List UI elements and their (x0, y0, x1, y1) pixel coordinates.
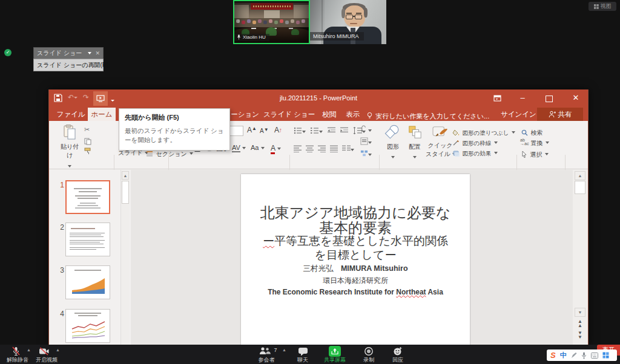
slide-thumb-1[interactable] (65, 180, 110, 214)
shapes-button[interactable]: 図形 (381, 125, 405, 162)
next-slide-button[interactable]: ▼▼ (575, 331, 585, 340)
tell-me-box[interactable]: 実行したい作業を入力してください... (366, 110, 489, 121)
format-painter-button[interactable] (84, 146, 91, 157)
tab-slideshow[interactable]: スライド ショー (263, 108, 314, 121)
shape-effects-button[interactable]: 図形の効果 (452, 147, 498, 158)
ime-mic-icon[interactable] (581, 352, 587, 359)
shrink-font-button[interactable]: A▼ (260, 127, 269, 134)
slide-thumb-3[interactable] (65, 265, 110, 299)
scroll-up-button[interactable]: ▲ (575, 171, 585, 180)
convert-smartart-button[interactable] (360, 149, 372, 160)
text-direction-button[interactable] (360, 125, 372, 135)
clear-format-button[interactable]: A⤴ (274, 126, 282, 134)
scroll-down-button[interactable]: ▼ (575, 308, 585, 317)
quick-styles-icon (432, 125, 449, 139)
share-button[interactable]: 共有 (537, 108, 583, 121)
change-case-button[interactable]: Aa (251, 144, 265, 151)
font-color-button[interactable]: A (271, 144, 281, 152)
shapes-icon (384, 125, 401, 140)
slide-org: 環日本海経済研究所 (241, 276, 470, 286)
paragraph-row1 (294, 126, 366, 137)
columns-button[interactable] (342, 144, 354, 155)
numbering-button[interactable] (311, 126, 323, 137)
record-icon (364, 346, 374, 356)
tab-file[interactable]: ファイル (55, 108, 87, 121)
view-button[interactable]: 视图 (589, 2, 616, 11)
camera-off-icon (39, 347, 50, 356)
slide-number: 3 (53, 266, 64, 275)
ime-lang-indicator[interactable]: 中 (560, 351, 567, 360)
shape-fill-button[interactable]: 図形の塗りつぶし (452, 126, 515, 137)
shape-outline-button[interactable]: 図形の枠線 (452, 137, 498, 148)
tooltip-start-slideshow: 先頭から開始 (F5) 最初のスライドからスライド ショーを開始します。 (119, 108, 230, 151)
audio-options-chevron[interactable]: ▲ (27, 348, 31, 352)
ime-toolbox-icon[interactable] (602, 352, 609, 359)
ime-keyboard-icon[interactable] (591, 353, 598, 359)
ribbon-display-options-button[interactable] (486, 94, 508, 105)
ribbon-display-icon (493, 94, 501, 102)
slide-number: 1 (53, 181, 64, 189)
panel-scroll-up[interactable]: ▲ (122, 171, 129, 180)
tab-home[interactable]: ホーム (88, 108, 116, 121)
close-button[interactable]: ✕ (564, 89, 588, 108)
slideshow-popup-header[interactable]: スライド ショー ✕ (33, 47, 104, 59)
scroll-thumb[interactable] (575, 181, 585, 194)
select-button[interactable]: 選択 (521, 148, 549, 159)
align-left-button[interactable] (294, 144, 302, 155)
zoom-bottom-toolbar: ▲ 解除静音 ▲ 开启视频 7 ▲ 参会者 聊天 共享屏幕 录制 回应 离开 (0, 345, 620, 364)
chevron-down-icon[interactable] (88, 52, 91, 54)
participants-chevron[interactable]: ▲ (282, 348, 286, 352)
cut-button[interactable]: ✂ (84, 126, 90, 134)
participants-count: 7 (274, 347, 277, 353)
replace-icon: ab→ac (520, 138, 528, 146)
ime-pen-icon[interactable] (571, 352, 577, 359)
decrease-indent-button[interactable] (328, 126, 335, 137)
slide-subtitle-line2: を目標としてー (241, 247, 470, 263)
maximize-button[interactable] (537, 89, 561, 108)
justify-button[interactable] (330, 144, 338, 155)
sogou-ime-bar[interactable]: S 中 (547, 349, 617, 361)
tab-review[interactable]: 校閲 (318, 108, 341, 121)
video-thumbnail-speaker[interactable]: Mitsuhiro MIMURA (310, 0, 386, 44)
tooltip-body: 最初のスライドからスライド ショーを開始します。 (125, 126, 224, 145)
align-center-button[interactable] (306, 144, 314, 155)
replace-button[interactable]: ab→ac 置換 (520, 137, 549, 148)
find-button[interactable]: 検索 (521, 126, 542, 137)
minimize-button[interactable]: – (510, 89, 535, 108)
tab-view[interactable]: 表示 (342, 108, 364, 121)
format-painter-icon (84, 148, 91, 155)
video-options-chevron[interactable]: ▲ (56, 348, 60, 352)
previous-slide-button[interactable]: ▲▲ (575, 319, 585, 328)
powerpoint-window: ↶ ↷ jlu.20211215 - PowerPoint – ✕ ファイル ホ… (48, 89, 589, 345)
video-thumbnail-room[interactable]: Xiaolin HU (233, 0, 310, 44)
area-chart-thumbnail (71, 273, 106, 295)
start-video-button[interactable] (36, 346, 53, 356)
paste-button[interactable]: 貼り付け (58, 125, 82, 171)
close-icon[interactable]: ✕ (95, 50, 100, 56)
increase-indent-button[interactable] (340, 126, 348, 137)
quick-styles-button[interactable]: クイック スタイル (426, 125, 455, 158)
signin-link[interactable]: サインイン (501, 108, 535, 121)
slide-thumb-2[interactable] (65, 223, 110, 256)
arrange-icon (407, 125, 422, 140)
grow-font-button[interactable]: A▲ (247, 126, 257, 134)
panel-scroll-thumb[interactable] (122, 181, 129, 204)
arrange-button[interactable]: 配置 (403, 125, 427, 162)
slideshow-resume-item[interactable]: スライド ショーの再開(R) (33, 59, 104, 71)
main-scrollbar[interactable]: ▲ ▼ ▲▲ ▼▼ (573, 170, 588, 345)
unmute-button[interactable] (8, 346, 25, 356)
align-text-button[interactable] (360, 137, 372, 148)
video-name-label: Mitsuhiro MIMURA (310, 32, 364, 41)
chat-label: 聊天 (292, 356, 314, 364)
share-screen-label: 共享屏幕 (318, 356, 352, 364)
panel-scrollbar[interactable]: ▲ (120, 170, 130, 345)
connection-status-icon: ✓ (4, 49, 12, 56)
share-screen-button[interactable] (329, 346, 341, 357)
slide-thumb-4[interactable] (65, 309, 110, 343)
current-slide[interactable]: 北東アジア地域協力に必要な 基本的要素 ー平等互恵を基礎とした水平的関係 を目標… (241, 174, 470, 345)
slide-number: 2 (53, 223, 64, 232)
bullets-button[interactable] (294, 126, 306, 137)
char-spacing-button[interactable]: AV (232, 144, 246, 151)
shape-effects-icon (452, 150, 460, 157)
align-right-button[interactable] (318, 144, 326, 155)
